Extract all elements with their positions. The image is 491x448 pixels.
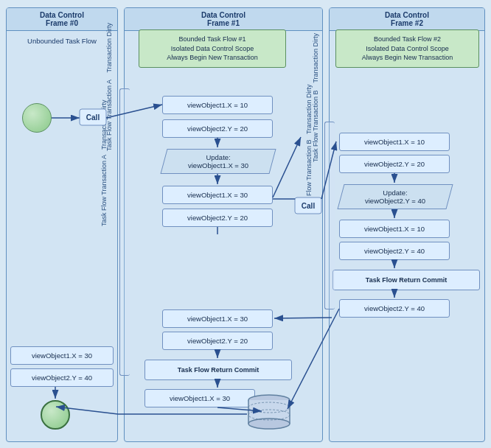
vo2y20-f1b-box: viewObject2.Y = 20 [162, 332, 273, 350]
task-return-commit-f2: Task Flow Return Commit [332, 270, 480, 290]
vo2y20-box-f1m: viewObject2.Y = 20 [162, 209, 273, 227]
vo1x10-f2-box: viewObject1.X = 10 [339, 133, 450, 151]
vo1x30-f1b-box: viewObject1.X = 30 [162, 309, 273, 328]
svg-point-2 [248, 419, 290, 429]
trans-a-text: Task Flow Transaction A Transaction Dirt… [105, 23, 113, 151]
diagram-container: Data Control Frame #0 Unbounded Task Flo… [0, 0, 491, 448]
database-icon [247, 394, 291, 431]
vo2y40-final-f2: viewObject2.Y = 40 [339, 299, 450, 318]
frame-0-title: Data Control Frame #0 [7, 8, 117, 31]
vo1x10-box: viewObject1.X = 10 [162, 96, 273, 114]
task-return-commit-f1: Task Flow Return Commit [144, 360, 292, 380]
frame-1-title: Data Control Frame #1 [125, 8, 322, 31]
transaction-a-label: Task Flow Transaction A Transaction Dirt… [100, 216, 108, 226]
btf1-box: Bounded Task Flow #1 Isolated Data Contr… [139, 29, 286, 68]
vo1x30-box-f1m: viewObject1.X = 30 [162, 186, 273, 204]
frame-2-title: Data Control Frame #2 [330, 8, 484, 31]
unbounded-label: Unbounded Task Flow [7, 34, 117, 48]
vo2y20-box-1: viewObject2.Y = 20 [162, 119, 273, 138]
transaction-a-bracket [119, 88, 130, 376]
vo1x30-f0-box: viewObject1.X = 30 [10, 346, 114, 365]
vo2y40-f2-box: viewObject2.Y = 40 [339, 242, 450, 260]
vo1x10-f2b-box: viewObject1.X = 10 [339, 220, 450, 238]
end-circle [41, 400, 70, 430]
vo2y20-f2-box: viewObject2.Y = 20 [339, 155, 450, 173]
update-para-f1: Update:Update: viewObject1.X = 30viewObj… [160, 149, 276, 174]
transaction-b-label: Task Flow Transaction B Transaction Dirt… [305, 201, 313, 211]
btf2-box: Bounded Task Flow #2 Isolated Data Contr… [335, 29, 479, 68]
transaction-b-bracket [324, 122, 335, 309]
update-para-f2: Update:viewObject2.Y = 40 [337, 184, 453, 209]
vo2y40-f0-box: viewObject2.Y = 40 [10, 368, 114, 387]
vo1x30-bottom-box: viewObject1.X = 30 [144, 389, 255, 407]
start-circle [22, 103, 52, 133]
trans-b-text: Task Flow Transaction B Transaction Dirt… [312, 33, 319, 162]
